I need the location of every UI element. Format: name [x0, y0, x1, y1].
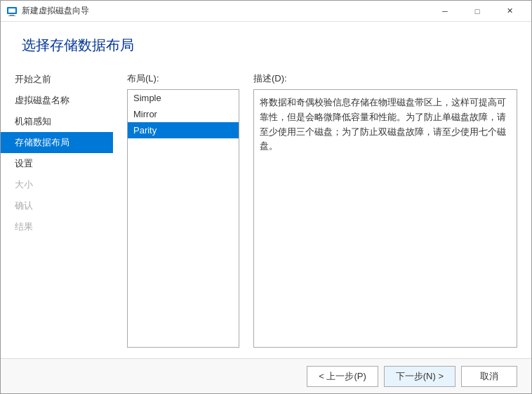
window-title: 新建虚拟磁盘向导	[22, 5, 429, 17]
sidebar-item-size: 大小	[1, 174, 113, 195]
sidebar-item-chassis[interactable]: 机箱感知	[1, 111, 113, 132]
body-area: 开始之前 虚拟磁盘名称 机箱感知 存储数据布局 设置 大小 确认 结果 布局(L…	[1, 62, 531, 358]
cancel-button[interactable]: 取消	[461, 366, 517, 387]
sidebar-item-layout[interactable]: 存储数据布局	[1, 132, 113, 153]
svg-rect-3	[8, 15, 15, 16]
sidebar-item-settings[interactable]: 设置	[1, 153, 113, 174]
layout-label: 布局(L):	[127, 72, 239, 85]
form-row: 布局(L): Simple Mirror Parity 描述(D): 将数据和奇…	[127, 72, 517, 348]
layout-mirror[interactable]: Mirror	[128, 106, 239, 122]
sidebar: 开始之前 虚拟磁盘名称 机箱感知 存储数据布局 设置 大小 确认 结果	[1, 62, 113, 358]
minimize-button[interactable]: ─	[429, 1, 461, 22]
page-title: 选择存储数据布局	[22, 36, 510, 55]
layout-group: 布局(L): Simple Mirror Parity	[127, 72, 239, 348]
title-bar: 新建虚拟磁盘向导 ─ □ ✕	[1, 1, 531, 22]
sidebar-item-confirm: 确认	[1, 195, 113, 216]
close-button[interactable]: ✕	[493, 1, 526, 22]
maximize-button[interactable]: □	[461, 1, 493, 22]
sidebar-item-start[interactable]: 开始之前	[1, 69, 113, 90]
sidebar-item-diskname[interactable]: 虚拟磁盘名称	[1, 90, 113, 111]
layout-listbox[interactable]: Simple Mirror Parity	[127, 89, 239, 348]
svg-rect-2	[10, 15, 14, 15]
next-button[interactable]: 下一步(N) >	[384, 366, 455, 387]
app-icon	[6, 6, 18, 17]
layout-parity[interactable]: Parity	[128, 122, 239, 138]
svg-rect-1	[8, 8, 15, 13]
description-label: 描述(D):	[253, 72, 517, 85]
sidebar-item-result: 结果	[1, 216, 113, 237]
main-content: 布局(L): Simple Mirror Parity 描述(D): 将数据和奇…	[113, 62, 531, 358]
page-header: 选择存储数据布局	[1, 22, 531, 62]
window-controls: ─ □ ✕	[429, 1, 526, 22]
layout-simple[interactable]: Simple	[128, 90, 239, 106]
footer: < 上一步(P) 下一步(N) > 取消	[1, 358, 531, 393]
description-group: 描述(D): 将数据和奇偶校验信息存储在物理磁盘带区上，这样可提高可靠性，但是会…	[253, 72, 517, 348]
description-text: 将数据和奇偶校验信息存储在物理磁盘带区上，这样可提高可靠性，但是会略微降低容量和…	[253, 89, 517, 348]
window: 新建虚拟磁盘向导 ─ □ ✕ 选择存储数据布局 开始之前 虚拟磁盘名称 机箱感知…	[0, 0, 532, 394]
back-button[interactable]: < 上一步(P)	[307, 366, 378, 387]
main-layout: 选择存储数据布局 开始之前 虚拟磁盘名称 机箱感知 存储数据布局 设置 大小 确…	[1, 22, 531, 393]
